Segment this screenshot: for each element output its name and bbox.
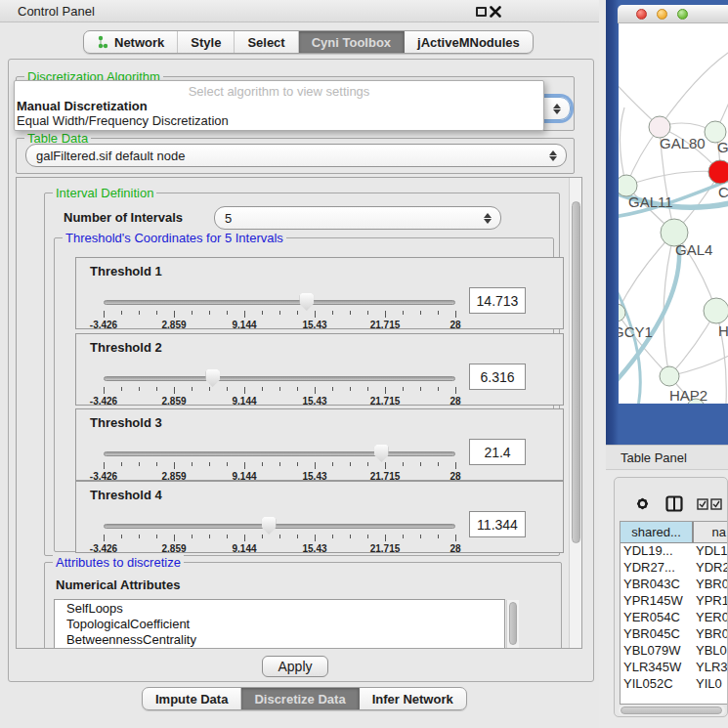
shared-name-cell[interactable]: YER054C — [621, 610, 694, 626]
network-edge[interactable] — [626, 171, 720, 186]
shared-name-cell[interactable]: YPR145W — [621, 593, 694, 610]
close-icon[interactable] — [490, 6, 501, 18]
popup-item-manual-discretization[interactable]: Manual Discretization — [17, 99, 541, 113]
slider-handle[interactable] — [374, 445, 389, 462]
network-node[interactable] — [708, 160, 728, 184]
shared-name-cell[interactable]: YBL079W — [621, 643, 694, 660]
threshold-label: Threshold 4 — [90, 488, 162, 502]
network-edge[interactable] — [619, 233, 674, 313]
table-row[interactable]: YER054CYER0 — [621, 610, 727, 626]
shared-name-cell[interactable]: YBR043C — [621, 577, 694, 593]
slider-handle[interactable] — [205, 369, 220, 387]
tab-impute-data[interactable]: Impute Data — [143, 688, 241, 709]
slider-handle[interactable] — [262, 517, 277, 535]
slider-tick-label: 15.43 — [302, 543, 326, 554]
slider-handle[interactable] — [299, 293, 314, 311]
float-window-icon[interactable] — [476, 7, 487, 17]
table-row[interactable]: YPR145WYPR1 — [621, 593, 727, 610]
name-cell[interactable]: YIL0 — [694, 676, 727, 693]
threshold-slider[interactable]: -3.4262.8599.14415.4321.71528 — [104, 511, 455, 554]
name-cell[interactable]: YER0 — [694, 610, 727, 626]
table-row[interactable]: YIL052CYIL0 — [621, 676, 727, 693]
slider-track[interactable] — [104, 451, 455, 456]
table-row[interactable]: YLR345WYLR3 — [621, 660, 727, 676]
slider-tick — [244, 311, 245, 318]
tab-cyni-toolbox[interactable]: Cyni Toolbox — [299, 31, 405, 53]
network-node[interactable] — [660, 366, 679, 386]
gear-icon[interactable] — [634, 495, 651, 512]
tab-network[interactable]: Network — [84, 31, 178, 53]
network-edge-highlighted[interactable] — [619, 235, 679, 387]
slider-tick — [156, 535, 157, 538]
network-node[interactable] — [704, 298, 728, 323]
table-horizontal-scrollbar[interactable] — [619, 706, 725, 715]
network-edge[interactable] — [620, 107, 626, 186]
select-columns-checkboxes-icon[interactable] — [697, 498, 722, 510]
attribute-list-item[interactable]: BetweennessCentrality — [55, 631, 504, 647]
slider-tick — [104, 387, 105, 394]
table-row[interactable]: YDR27...YDR2 — [621, 560, 727, 577]
attribute-list-item[interactable]: TopologicalCoefficient — [55, 616, 504, 631]
threshold-value-field[interactable]: 21.4 — [469, 439, 526, 465]
slider-tick — [174, 535, 175, 541]
network-edge-highlighted[interactable] — [619, 279, 640, 404]
slider-track[interactable] — [104, 524, 455, 529]
tab-select[interactable]: Select — [235, 31, 298, 53]
threshold-slider[interactable]: -3.4262.8599.14415.4321.71528 — [104, 364, 455, 407]
threshold-slider[interactable]: -3.4262.8599.14415.4321.71528 — [104, 439, 455, 482]
name-cell[interactable]: YLR3 — [694, 660, 727, 676]
tab-discretize-data[interactable]: Discretize Data — [241, 688, 359, 709]
minimize-traffic-light-icon[interactable] — [657, 9, 667, 20]
number-of-intervals-combobox[interactable]: 5 — [214, 206, 501, 230]
interval-definition-label: Interval Definition — [53, 186, 156, 200]
zoom-traffic-light-icon[interactable] — [677, 9, 688, 20]
node-label: GAL80 — [660, 135, 706, 151]
shared-name-cell[interactable]: YDL19... — [621, 543, 694, 560]
numerical-attributes-list[interactable]: SelfLoopsTopologicalCoefficientBetweenne… — [54, 599, 505, 649]
slider-track[interactable] — [104, 376, 455, 381]
threshold-value-field[interactable]: 6.316 — [469, 364, 526, 390]
network-edge[interactable] — [660, 51, 728, 127]
slider-tick-label: 28 — [450, 396, 460, 407]
shared-name-cell[interactable]: YIL052C — [621, 676, 694, 693]
slider-tick — [367, 535, 368, 538]
column-header-shared-name[interactable]: shared... — [621, 522, 694, 542]
name-cell[interactable]: YBR0 — [694, 626, 727, 643]
slider-track[interactable] — [104, 300, 455, 305]
network-canvas[interactable]: GAL80GACGAL11GAL4GCY1HHAP2 — [619, 23, 728, 404]
shared-name-cell[interactable]: YDR27... — [621, 560, 694, 577]
name-cell[interactable]: YBR0 — [694, 577, 727, 593]
attribute-list-item[interactable]: SelfLoops — [55, 600, 504, 616]
threshold-slider[interactable]: -3.4262.8599.14415.4321.71528 — [104, 287, 455, 330]
shared-name-cell[interactable]: YLR345W — [621, 660, 694, 676]
panel-title: Control Panel — [18, 4, 95, 19]
apply-button[interactable]: Apply — [262, 656, 328, 677]
combo-stepper-icon — [553, 98, 561, 119]
tab-jactivemnodules[interactable]: jActiveMNodules — [405, 31, 533, 53]
shared-name-cell[interactable]: YBR045C — [621, 626, 694, 643]
slider-tick — [350, 311, 351, 315]
table-row[interactable]: YBR043CYBR0 — [621, 577, 727, 593]
column-header-name[interactable]: na — [694, 522, 727, 542]
tab-style[interactable]: Style — [178, 31, 235, 53]
threshold-value-field[interactable]: 14.713 — [469, 287, 526, 314]
combo-stepper-icon — [484, 207, 492, 229]
table-row[interactable]: YBR045CYBR0 — [621, 626, 727, 643]
close-traffic-light-icon[interactable] — [636, 9, 647, 20]
name-cell[interactable]: YBL0 — [694, 643, 727, 660]
table-row[interactable]: YBL079WYBL0 — [621, 643, 727, 660]
attributes-list-scrollbar[interactable] — [506, 600, 519, 649]
table-rows: YDL19...YDL1YDR27...YDR2YBR043CYBR0YPR14… — [621, 543, 727, 693]
name-cell[interactable]: YDL1 — [694, 543, 727, 560]
table-row[interactable]: YDL19...YDL1 — [621, 543, 727, 560]
tab-infer-network[interactable]: Infer Network — [360, 688, 466, 709]
settings-panel-scrollbar[interactable] — [569, 178, 582, 649]
split-columns-icon[interactable] — [665, 495, 683, 512]
slider-tick-label: 9.144 — [232, 320, 256, 330]
table-data-combobox[interactable]: galFiltered.sif default node — [25, 144, 567, 167]
name-cell[interactable]: YPR1 — [694, 593, 727, 610]
threshold-value-field[interactable]: 11.344 — [469, 511, 526, 537]
popup-item-equal-width-frequency[interactable]: Equal Width/Frequency Discretization — [17, 113, 541, 128]
thresholds-group-label: Threshold's Coordinates for 5 Intervals — [63, 231, 286, 245]
name-cell[interactable]: YDR2 — [694, 560, 727, 577]
